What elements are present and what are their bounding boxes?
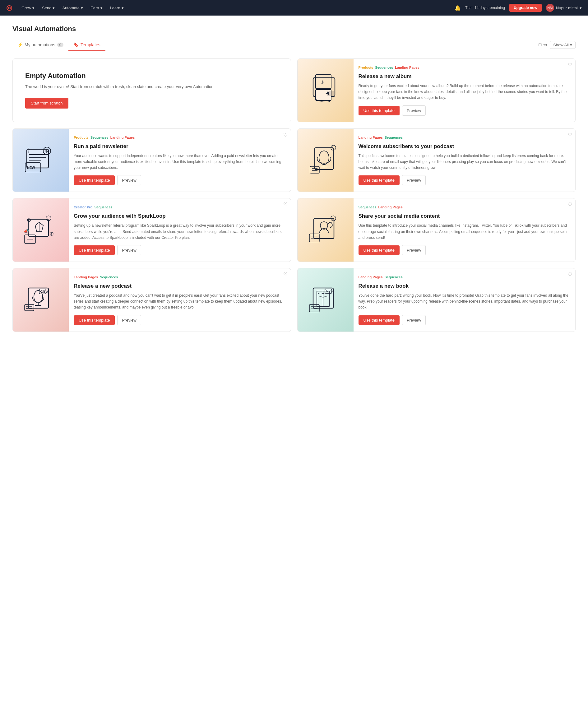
trial-text: Trial: 14 days remaining	[465, 6, 505, 10]
tag-sequences-pw: Sequences	[385, 135, 403, 140]
page: Visual Automations ⚡ My automations 0 🔖 …	[0, 16, 588, 715]
nav-automate[interactable]: Automate	[59, 4, 86, 12]
podcast-welcome-actions: Use this template Preview	[358, 175, 569, 185]
new-podcast-actions: Use this template Preview	[74, 315, 285, 325]
new-podcast-title: Release a new podcast	[74, 283, 285, 290]
template-image-social: i	[298, 198, 354, 261]
podcast-welcome-svg: i	[307, 142, 344, 179]
tag-landing-np: Landing Pages	[74, 275, 98, 279]
podcast-welcome-description: This podcast welcome template is designe…	[358, 153, 569, 171]
favorite-social-icon[interactable]: ♡	[568, 202, 572, 207]
svg-text:$: $	[45, 149, 48, 153]
svg-text:i: i	[332, 217, 333, 220]
template-card-welcome-podcast: i Landing Pages Sequences Welcome subscr…	[297, 128, 576, 192]
newsletter-description: Your audience wants to support independe…	[74, 153, 285, 171]
newsletter-title: Run a paid newsletter	[74, 143, 285, 150]
svg-text:📣: 📣	[24, 229, 29, 234]
tab-my-automations-label: My automations	[25, 42, 55, 47]
template-card-paid-newsletter: ♪ $ NEW $ Products Sequences Landing Pag…	[13, 128, 291, 192]
tab-my-automations[interactable]: ⚡ My automations 0	[13, 39, 68, 51]
tag-sequences-np: Sequences	[100, 275, 118, 279]
preview-new-podcast-button[interactable]: Preview	[117, 315, 141, 325]
user-menu[interactable]: NM Nupur mittal ▾	[546, 4, 582, 12]
album-tags: Products Sequences Landing Pages	[358, 65, 569, 70]
tag-creator-sp: Creator Pro	[74, 205, 93, 210]
preview-social-button[interactable]: Preview	[402, 245, 426, 255]
template-card-social-media: i Sequences Landing Pages Share your soc…	[297, 198, 576, 262]
social-svg: i	[307, 211, 344, 249]
svg-text:NEW: NEW	[41, 290, 49, 293]
template-content-newsletter: Products Sequences Landing Pages Run a p…	[69, 129, 291, 192]
template-card-release-album: ♪ Products Sequences Landing Pages Re	[297, 59, 576, 122]
upgrade-button[interactable]: Upgrade now	[509, 4, 542, 12]
favorite-podcast-welcome-icon[interactable]: ♡	[568, 132, 572, 138]
use-template-newsletter-button[interactable]: Use this template	[74, 175, 115, 185]
template-card-sparkloop: i $ $ 📣 Creator Pro	[13, 198, 291, 262]
template-content-podcast-welcome: Landing Pages Sequences Welcome subscrib…	[354, 129, 575, 192]
use-template-new-podcast-button[interactable]: Use this template	[74, 315, 115, 325]
preview-book-button[interactable]: Preview	[402, 315, 426, 325]
show-all-button[interactable]: Show All ▾	[550, 41, 575, 49]
show-all-label: Show All	[553, 43, 569, 47]
nav-right: 🔔 Trial: 14 days remaining Upgrade now N…	[455, 4, 582, 12]
tag-products-nl: Products	[74, 135, 89, 140]
podcast-welcome-tags: Landing Pages Sequences	[358, 135, 569, 140]
use-template-album-button[interactable]: Use this template	[358, 106, 400, 115]
nav-grow[interactable]: Grow	[18, 4, 38, 12]
tab-templates[interactable]: 🔖 Templates	[68, 39, 105, 51]
svg-point-39	[320, 222, 328, 229]
logo-icon[interactable]: ◎	[6, 4, 12, 12]
album-illustration: ♪	[298, 59, 354, 122]
social-title: Share your social media content	[358, 213, 569, 219]
start-from-scratch-button[interactable]: Start from scratch	[25, 98, 68, 108]
template-content-new-podcast: Landing Pages Sequences Release a new po…	[69, 268, 291, 332]
sparkloop-svg: i $ $ 📣	[22, 211, 59, 249]
notification-bell-icon[interactable]: 🔔	[455, 5, 461, 11]
preview-sparkloop-button[interactable]: Preview	[117, 245, 141, 255]
tag-landing-bk: Landing Pages	[358, 275, 383, 279]
templates-icon: 🔖	[74, 42, 79, 47]
nav-send[interactable]: Send	[39, 4, 58, 12]
favorite-newsletter-icon[interactable]: ♡	[283, 132, 288, 138]
automations-icon: ⚡	[17, 42, 23, 47]
favorite-new-podcast-icon[interactable]: ♡	[283, 272, 288, 277]
preview-album-button[interactable]: Preview	[402, 105, 426, 116]
new-podcast-description: You've just created a podcast and now yo…	[74, 293, 285, 311]
newsletter-illustration: ♪ $ NEW $	[13, 129, 69, 192]
newsletter-actions: Use this template Preview	[74, 175, 285, 185]
avatar: NM	[546, 4, 554, 12]
book-description: You've done the hard part: writing your …	[358, 293, 569, 311]
podcast-welcome-title: Welcome subscribers to your podcast	[358, 143, 569, 150]
svg-text:NEW: NEW	[27, 166, 35, 169]
nav-learn[interactable]: Learn	[107, 4, 127, 12]
sparkloop-tags: Creator Pro Sequences	[74, 205, 285, 210]
svg-text:i: i	[332, 146, 333, 150]
social-illustration: i	[298, 198, 354, 261]
new-podcast-illustration: NEW	[13, 268, 69, 332]
tag-landing-nl: Landing Pages	[110, 135, 135, 140]
svg-text:♪: ♪	[321, 78, 324, 85]
favorite-book-icon[interactable]: ♡	[568, 272, 572, 277]
favorite-sparkloop-icon[interactable]: ♡	[283, 202, 288, 207]
tag-landing-sm: Landing Pages	[378, 205, 403, 210]
tag-landing-pw: Landing Pages	[358, 135, 383, 140]
use-template-book-button[interactable]: Use this template	[358, 315, 400, 325]
favorite-album-icon[interactable]: ♡	[568, 62, 572, 68]
use-template-social-button[interactable]: Use this template	[358, 245, 400, 255]
preview-newsletter-button[interactable]: Preview	[117, 175, 141, 185]
nav-earn[interactable]: Earn	[87, 4, 105, 12]
filter-label: Filter	[538, 43, 547, 47]
book-svg: NEW	[307, 281, 344, 318]
show-all-chevron-icon: ▾	[570, 43, 572, 47]
tag-sequences: Sequences	[375, 65, 393, 70]
template-image-podcast-welcome: i	[298, 129, 354, 192]
svg-text:$: $	[51, 233, 52, 236]
sparkloop-actions: Use this template Preview	[74, 245, 285, 255]
preview-podcast-welcome-button[interactable]: Preview	[402, 175, 426, 185]
tag-sequences-sm: Sequences	[358, 205, 377, 210]
sparkloop-illustration: i $ $ 📣	[13, 198, 69, 261]
use-template-podcast-welcome-button[interactable]: Use this template	[358, 175, 400, 185]
use-template-sparkloop-button[interactable]: Use this template	[74, 245, 115, 255]
tag-sequences-bk: Sequences	[385, 275, 403, 279]
album-title: Release a new album	[358, 73, 569, 80]
